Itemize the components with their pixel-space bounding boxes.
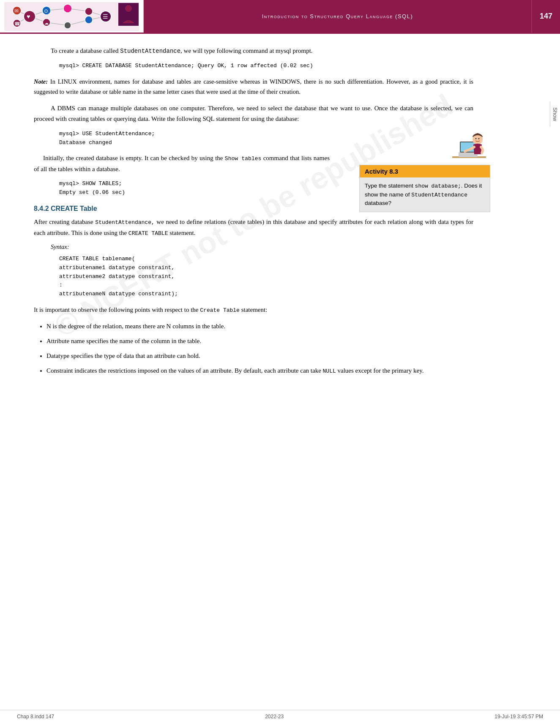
logo-graphic: ♥ ✉ ☎ ⊙ ☁ ☰: [4, 2, 139, 31]
svg-text:✉: ✉: [14, 8, 19, 14]
activity-illustration: [444, 127, 490, 167]
main-content: © NCERT not to be republished To create …: [0, 34, 507, 398]
svg-text:♥: ♥: [27, 14, 30, 20]
activity-title: Activity 8.3: [365, 168, 398, 175]
svg-point-35: [478, 138, 480, 139]
footer-year: 2022-23: [265, 714, 284, 720]
svg-point-21: [63, 4, 72, 13]
note-text: In LINUX environment, names for database…: [34, 78, 473, 95]
svg-point-24: [85, 16, 93, 24]
header-title-area: Introduction to Structured Query Languag…: [144, 0, 531, 33]
note-label: Note:: [34, 78, 48, 85]
activity-text: Type the statement show database;. Does …: [365, 183, 482, 206]
bullet-item-3: Datatype specifies the type of data that…: [46, 350, 473, 362]
bullet-item-4: Constraint indicates the restrictions im…: [46, 365, 473, 376]
svg-text:☰: ☰: [103, 14, 108, 20]
svg-text:☎: ☎: [14, 21, 20, 26]
page-footer: Chap 8.indd 147 2022-23 19-Jul-19 3:45:5…: [0, 710, 560, 720]
syntax-label: Syntax:: [51, 243, 473, 251]
header-title: Introduction to Structured Query Languag…: [262, 13, 413, 19]
page-header: ♥ ✉ ☎ ⊙ ☁ ☰: [0, 0, 560, 34]
code-block-2: mysql> USE StudentAttendance; Database c…: [59, 130, 473, 147]
bullet-item-1: N is the degree of the relation, means t…: [46, 321, 473, 332]
syntax-code-block: CREATE TABLE tablename( attributename1 d…: [59, 255, 473, 299]
svg-point-28: [125, 5, 132, 12]
para-intro: To create a database called StudentAtten…: [34, 46, 473, 57]
activity-box: Activity 8.3 Type the statement show dat…: [359, 165, 490, 212]
para-dbms: A DBMS can manage multiple databases on …: [34, 103, 473, 125]
para-create-table-intro: After creating database StudentAttendanc…: [34, 217, 473, 238]
para-important: It is important to observe the following…: [34, 305, 473, 316]
margin-label: Show: [550, 101, 560, 127]
logo-area: ♥ ✉ ☎ ⊙ ☁ ☰: [0, 0, 144, 33]
svg-point-22: [64, 22, 71, 29]
activity-body: Type the statement show database;. Does …: [360, 177, 490, 212]
network-illustration: ♥ ✉ ☎ ⊙ ☁ ☰: [4, 2, 139, 31]
code-block-1: mysql> CREATE DATABASE StudentAttendance…: [59, 62, 473, 71]
svg-point-34: [475, 138, 477, 139]
svg-text:⊙: ⊙: [44, 8, 48, 14]
page-number: 147: [531, 0, 560, 33]
svg-text:☁: ☁: [44, 21, 49, 25]
bullet-list: N is the degree of the relation, means t…: [46, 321, 473, 376]
note-block: Note: In LINUX environment, names for da…: [34, 76, 473, 97]
footer-date: 19-Jul-19 3:45:57 PM: [494, 714, 543, 720]
footer-filename: Chap 8.indd 147: [17, 714, 54, 720]
svg-point-23: [85, 8, 93, 15]
activity-figure: [444, 127, 494, 169]
bullet-item-2: Attribute name specifies the name of the…: [46, 335, 473, 347]
